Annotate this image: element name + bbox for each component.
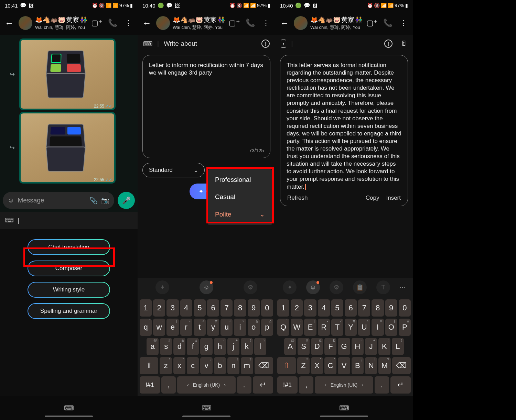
keyboard-toggle-icon[interactable]: ⌨ — [202, 404, 212, 412]
key-2[interactable]: 2 — [153, 299, 165, 317]
back-arrow-icon[interactable]: ← — [278, 16, 291, 30]
key-o[interactable]: o§ — [248, 319, 260, 336]
key-9[interactable]: 9 — [385, 299, 397, 317]
sent-image-2[interactable]: 22:55✓✓ — [19, 112, 116, 184]
back-arrow-icon[interactable]: ← — [140, 16, 153, 30]
key-1[interactable]: 1 — [277, 299, 289, 317]
key-y[interactable]: yπ — [207, 319, 219, 336]
key-L[interactable]: L) — [392, 338, 404, 355]
group-avatar[interactable] — [294, 16, 308, 30]
option-composer[interactable]: Composer — [28, 261, 110, 276]
video-call-icon[interactable]: ▢⁺ — [228, 19, 241, 27]
key-r[interactable]: r• — [180, 319, 192, 336]
key-B[interactable]: B; — [352, 357, 364, 374]
key-3[interactable]: 3 — [304, 299, 316, 317]
settings-icon[interactable]: ⚙ — [330, 280, 343, 294]
key-e[interactable]: e| — [166, 319, 179, 336]
key-i[interactable]: i× — [234, 319, 246, 336]
key-2[interactable]: 2 — [291, 299, 303, 317]
key-U[interactable]: U÷ — [358, 319, 370, 336]
key-Z[interactable]: Z* — [297, 357, 309, 374]
key-O[interactable]: O§ — [385, 319, 397, 336]
key-E[interactable]: E| — [304, 319, 316, 336]
key-4[interactable]: 4 — [318, 299, 330, 317]
key-t[interactable]: t√ — [194, 319, 206, 336]
voice-call-icon[interactable]: 📞 — [244, 19, 257, 27]
insert-button[interactable]: Insert — [386, 194, 401, 202]
message-input[interactable]: ☺ Message 📎 📷 — [3, 192, 114, 209]
emoji-icon[interactable]: ☺ — [8, 197, 14, 204]
key-S[interactable]: S# — [298, 338, 310, 355]
voice-call-icon[interactable]: 📞 — [106, 19, 119, 27]
key-K[interactable]: K( — [378, 338, 390, 355]
key-n[interactable]: n! — [227, 357, 239, 374]
key-b[interactable]: b; — [214, 357, 226, 374]
backspace-key[interactable]: ⌫ — [255, 357, 273, 374]
key-s[interactable]: s# — [160, 338, 172, 355]
symbol-key[interactable]: !#1 — [277, 376, 298, 394]
forward-icon[interactable]: ↪ — [7, 70, 17, 78]
key-a[interactable]: a@ — [147, 338, 159, 355]
key-x[interactable]: x" — [173, 357, 185, 374]
chat-title-area[interactable]: 🦊🐴🦛🐷黄家👫👬… Wai chin, 慧玲, 阿婷, You — [310, 15, 363, 31]
key-X[interactable]: X" — [311, 357, 323, 374]
key-7[interactable]: 7 — [358, 299, 370, 317]
refresh-button[interactable]: Refresh — [287, 194, 308, 202]
key-T[interactable]: T√ — [331, 319, 343, 336]
key-q[interactable]: q` — [140, 319, 152, 336]
backspace-key[interactable]: ⌫ — [392, 357, 411, 374]
ai-sparkle-icon[interactable]: ✦ — [155, 280, 169, 294]
key-j[interactable]: j+ — [227, 338, 239, 355]
key-Y[interactable]: Yπ — [345, 319, 357, 336]
emoji-suggest-icon[interactable]: ☺ — [200, 280, 213, 294]
key-4[interactable]: 4 — [180, 299, 192, 317]
info-icon[interactable]: ! — [384, 40, 393, 48]
tone-professional[interactable]: Professional — [208, 171, 272, 188]
key-8[interactable]: 8 — [234, 299, 246, 317]
key-g[interactable]: g_ — [200, 338, 212, 355]
key-z[interactable]: z* — [160, 357, 172, 374]
key-7[interactable]: 7 — [221, 299, 233, 317]
comma-key[interactable]: , — [299, 376, 313, 394]
voice-call-icon[interactable]: 📞 — [381, 19, 394, 27]
period-key[interactable]: . — [237, 376, 251, 394]
chat-messages[interactable]: ↪ 22:55✓✓ ↪ 22:55✓✓ — [0, 35, 138, 189]
camera-icon[interactable]: 📷 — [101, 197, 109, 205]
settings-icon[interactable]: ⚙ — [244, 280, 257, 294]
key-0[interactable]: 0 — [261, 299, 273, 317]
key-5[interactable]: 5 — [194, 299, 206, 317]
shift-key-active[interactable]: ⇧ — [277, 357, 296, 374]
key-1[interactable]: 1 — [140, 299, 152, 317]
key-w[interactable]: w~ — [153, 319, 165, 336]
key-3[interactable]: 3 — [166, 299, 179, 317]
key-p[interactable]: p∆ — [261, 319, 273, 336]
key-6[interactable]: 6 — [207, 299, 219, 317]
key-6[interactable]: 6 — [345, 299, 357, 317]
key-I[interactable]: I× — [372, 319, 384, 336]
key-c[interactable]: c' — [187, 357, 199, 374]
back-arrow-icon[interactable]: ← — [3, 16, 16, 30]
length-selector[interactable]: Standard⌄ — [142, 163, 205, 177]
key-Q[interactable]: Q` — [277, 319, 289, 336]
more-suggest-icon[interactable]: ⋯ — [400, 284, 405, 291]
space-key[interactable]: ‹English (UK)› — [177, 376, 235, 394]
key-H[interactable]: H- — [352, 338, 364, 355]
emoji-suggest-icon[interactable]: ☺ — [306, 280, 320, 294]
chat-title-area[interactable]: 🦊🐴🦛🐷 黄家 👫👬 … Wai chin, 慧玲, 阿婷, You — [35, 15, 87, 31]
video-call-icon[interactable]: ▢⁺ — [90, 19, 103, 27]
clipboard-icon[interactable]: 📋 — [353, 280, 367, 294]
keyboard-toggle-icon[interactable]: ⌨ — [339, 404, 349, 412]
keyboard-icon[interactable]: ⌨ — [5, 217, 14, 224]
key-u[interactable]: u÷ — [221, 319, 233, 336]
period-key[interactable]: . — [375, 376, 389, 394]
keyboard-toggle-icon[interactable]: ⌨ — [64, 404, 74, 412]
video-call-icon[interactable]: ▢⁺ — [365, 19, 378, 27]
key-m[interactable]: m? — [241, 357, 253, 374]
more-icon[interactable]: ⋮ — [122, 19, 135, 27]
key-N[interactable]: N! — [365, 357, 377, 374]
ai-sparkle-icon[interactable]: ✦ — [283, 280, 297, 294]
option-translation[interactable]: Chat translation — [28, 239, 110, 255]
collapse-icon[interactable]: ‹ — [281, 40, 286, 48]
key-C[interactable]: C' — [324, 357, 336, 374]
nav-handle[interactable] — [320, 416, 368, 417]
